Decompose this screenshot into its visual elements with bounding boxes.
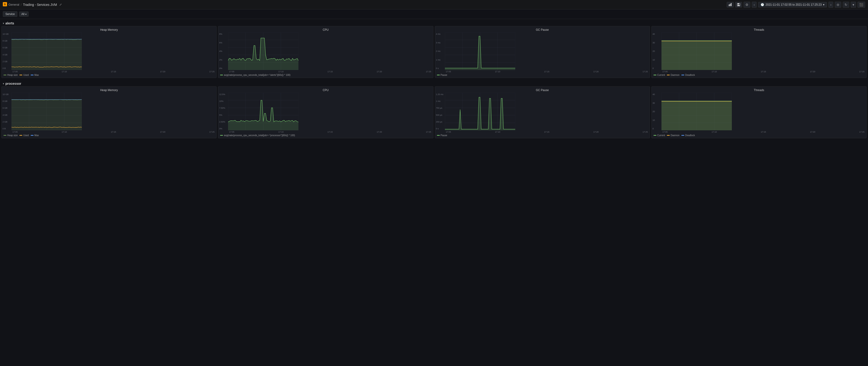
section-header-alerts[interactable]: ▾alerts [0, 19, 868, 26]
chart-svg-wrap-cpu-processor[interactable] [228, 93, 432, 130]
x-axis-label: 17:05 [229, 131, 235, 133]
svg-rect-3 [730, 4, 731, 6]
y-axis-label: 10 [653, 119, 660, 121]
y-axis-label: 30 [653, 102, 660, 104]
x-axis-label: 17:05 [446, 71, 451, 73]
legend-item: Used [20, 74, 29, 76]
chart-svg-wrap-heap-memory-processor[interactable] [11, 93, 215, 130]
y-axis-gc-pause-processor: 1.25 ms1 ms750 µs500 µs250 µs0 s [436, 93, 445, 130]
x-axis-label: 17:25 [643, 71, 648, 73]
x-axis-label: 17:10 [712, 71, 717, 73]
chart-legend-heap-memory-processor: Heap sizeUsedMax [3, 133, 215, 137]
legend-color [20, 135, 22, 136]
x-axis-label: 17:15 [761, 131, 766, 133]
share-icon[interactable]: ⤢ [59, 3, 62, 6]
breadcrumb-page-title: Trading - Services JVM [23, 3, 57, 6]
legend-item: Daemon [667, 134, 680, 137]
legend-color [667, 135, 670, 136]
y-axis-cpu-alerts: 8%6%4%2%0% [219, 32, 228, 70]
refresh-dropdown-button[interactable]: ▾ [851, 2, 856, 8]
legend-color [31, 75, 33, 75]
prev-time-button[interactable]: ‹ [752, 2, 757, 8]
chart-title-cpu-processor: CPU [219, 88, 432, 92]
time-range-picker[interactable]: 🕐 2021-11-01 17:02:55 to 2021-11-01 17:2… [758, 2, 827, 7]
y-axis-threads-processor: 403020100 [653, 93, 661, 130]
section-alerts: ▾alertsHeap Memory10 GB8 GB6 GB4 GB2 GB0… [0, 19, 868, 79]
save-button[interactable] [735, 2, 742, 7]
chart-legend-threads-processor: CurrentDaemonDeadlock [653, 133, 865, 137]
chart-svg-wrap-gc-pause-alerts[interactable] [445, 32, 649, 70]
legend-label: Daemon [671, 134, 680, 137]
legend-color [3, 75, 6, 75]
x-axis-label: 17:25 [209, 131, 215, 133]
y-axis-label: 8% [219, 33, 227, 35]
y-axis-label: 10% [219, 100, 227, 102]
chart-svg-wrap-threads-alerts[interactable] [661, 32, 865, 70]
x-axis-label: 17:10 [495, 71, 500, 73]
next-time-button[interactable]: › [828, 2, 833, 8]
tv-mode-button[interactable]: ⬛ [858, 2, 865, 8]
legend-item: Heap size [3, 134, 18, 137]
legend-label: Pause [441, 74, 447, 76]
breadcrumb: G General / Trading - Services JVM ⤢ [3, 2, 62, 7]
y-axis-label: 10 GB [3, 33, 10, 35]
breadcrumb-general[interactable]: General [8, 3, 19, 6]
chart-svg-wrap-threads-processor[interactable] [661, 93, 865, 130]
svg-rect-2 [729, 4, 730, 6]
legend-item: Current [653, 74, 665, 76]
y-axis-label: 8 GB [3, 100, 10, 102]
x-axis-label: 17:20 [377, 71, 382, 73]
topbar: G General / Trading - Services JVM ⤢ ⚙ ‹… [0, 0, 868, 9]
zoom-out-button[interactable]: ⊖ [835, 2, 841, 8]
y-axis-heap-memory-processor: 10 GB8 GB6 GB4 GB2 GB0 B [3, 93, 11, 130]
x-axis-label: 17:20 [593, 131, 599, 133]
x-axis-label: 17:15 [328, 131, 333, 133]
y-axis-label: 2.50% [219, 121, 227, 123]
y-axis-label: 6 GB [3, 107, 10, 109]
y-axis-cpu-processor: 12.5%10%7.50%5%2.50%0% [219, 93, 228, 130]
service-all-dropdown[interactable]: All ▾ [19, 11, 29, 17]
legend-color [220, 75, 223, 75]
chart-svg-wrap-heap-memory-alerts[interactable] [11, 32, 215, 70]
filter-bar: Service All ▾ [0, 9, 868, 19]
chart-panel-threads-alerts: Threads40302010017:0517:1017:1517:2017:2… [651, 26, 867, 78]
y-axis-label: 750 µs [436, 107, 444, 109]
bar-chart-button[interactable] [727, 2, 734, 7]
y-axis-label: 3 ms [436, 41, 444, 44]
settings-button[interactable]: ⚙ [744, 2, 750, 8]
x-axis-cpu-alerts: 17:0517:1017:1517:2017:25 [219, 71, 432, 73]
chart-title-threads-alerts: Threads [653, 28, 865, 31]
chart-legend-gc-pause-alerts: Pause [436, 73, 649, 77]
legend-label: Deadlock [685, 74, 695, 76]
x-axis-label: 17:20 [160, 131, 165, 133]
legend-color [437, 75, 440, 75]
chart-title-heap-memory-processor: Heap Memory [3, 88, 215, 92]
y-axis-label: 4 GB [3, 54, 10, 56]
chart-svg-wrap-cpu-alerts[interactable] [228, 32, 432, 70]
y-axis-label: 2 GB [3, 60, 10, 63]
legend-item: avg(irate(process_cpu_seconds_total{job=… [220, 74, 290, 76]
chart-title-gc-pause-alerts: GC Pause [436, 28, 649, 31]
chart-svg-wrap-gc-pause-processor[interactable] [445, 93, 649, 130]
y-axis-label: 30 [653, 41, 660, 44]
time-range-text: 2021-11-01 17:02:55 to 2021-11-01 17:25:… [766, 3, 822, 6]
legend-label: Used [23, 134, 29, 137]
y-axis-label: 2 GB [3, 121, 10, 123]
y-axis-label: 0% [219, 67, 227, 69]
legend-label: Max [34, 134, 39, 137]
x-axis-label: 17:15 [761, 71, 766, 73]
x-axis-label: 17:25 [859, 131, 865, 133]
service-filter-button[interactable]: Service [3, 11, 17, 17]
x-axis-label: 17:15 [111, 131, 116, 133]
section-header-processor[interactable]: ▾processor [0, 79, 868, 86]
legend-label: Heap size [7, 74, 18, 76]
y-axis-threads-alerts: 403020100 [653, 32, 661, 70]
x-axis-label: 17:25 [426, 131, 431, 133]
refresh-button[interactable]: ↻ [843, 2, 849, 8]
chart-legend-heap-memory-alerts: Heap sizeUsedMax [3, 73, 215, 77]
legend-label: Current [657, 74, 665, 76]
chart-title-gc-pause-processor: GC Pause [436, 88, 649, 92]
y-axis-label: 4 ms [436, 33, 444, 35]
svg-text:G: G [4, 3, 6, 6]
chart-panel-heap-memory-alerts: Heap Memory10 GB8 GB6 GB4 GB2 GB0 B17:05… [1, 26, 217, 78]
